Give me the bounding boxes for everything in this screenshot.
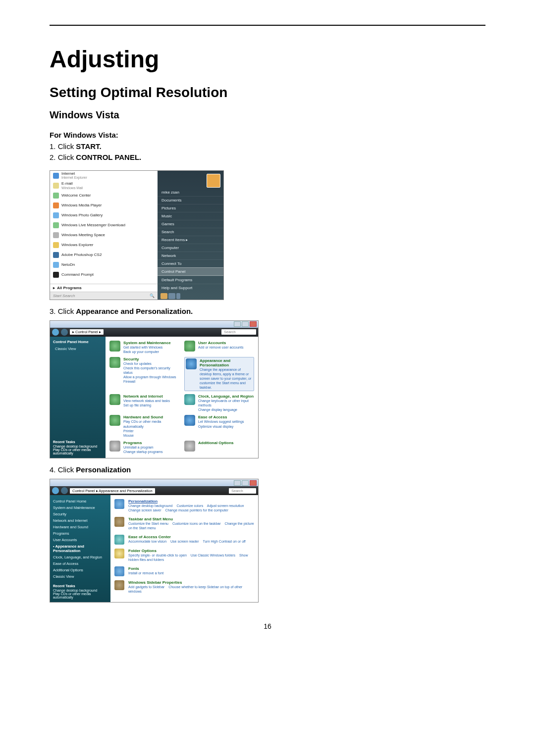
intro-block: For Windows Vista: 1. Click START. 2. Cl… <box>50 130 485 163</box>
ap-category[interactable]: Windows Sidebar Properties Add gadgets t… <box>114 580 254 594</box>
ap-side-link[interactable]: Clock, Language, and Region <box>53 555 107 559</box>
power-button[interactable] <box>160 293 167 299</box>
ap-side-link[interactable]: Security <box>53 512 107 516</box>
step-1: 1. Click START. <box>50 141 485 152</box>
close-button[interactable] <box>250 321 257 327</box>
page-number: 16 <box>50 622 485 630</box>
start-right-item[interactable]: Pictures <box>158 204 223 212</box>
address-bar: Control Panel ▸ Appearance and Personali… <box>50 486 258 495</box>
shutdown-menu-button[interactable] <box>176 293 180 299</box>
screenshot-start-menu: InternetInternet Explorer E-mailWindows … <box>50 170 224 300</box>
search-input[interactable]: Search <box>229 488 256 494</box>
ap-side-link[interactable]: Hardware and Sound <box>53 525 107 529</box>
start-right-item[interactable]: Connect To <box>158 259 223 267</box>
maximize-button[interactable] <box>242 321 249 327</box>
lock-button[interactable] <box>168 293 175 299</box>
cp-category[interactable]: Network and InternetView network status … <box>109 394 179 412</box>
start-item[interactable]: Windows Media Player <box>50 201 158 210</box>
start-item[interactable]: Windows Explorer <box>50 240 158 250</box>
category-icon <box>109 415 120 426</box>
ap-category[interactable]: Fonts Install or remove a font <box>114 566 254 576</box>
category-icon <box>109 441 120 452</box>
start-item[interactable]: Welcome Center <box>50 191 158 201</box>
arrow-icon: ▸ <box>53 286 55 290</box>
back-button[interactable] <box>52 487 59 494</box>
ap-side-link[interactable]: Appearance and Personalization <box>53 544 107 553</box>
breadcrumb[interactable]: Control Panel ▸ Appearance and Personali… <box>70 488 155 494</box>
cp-category[interactable]: Clock, Language, and RegionChange keyboa… <box>184 394 254 412</box>
search-input[interactable]: Start Search <box>53 294 75 298</box>
start-item[interactable]: Windows Meeting Space <box>50 230 158 240</box>
ap-side-link[interactable]: System and Maintenance <box>53 505 107 510</box>
ap-side-link[interactable]: Ease of Access <box>53 561 107 566</box>
start-item-email[interactable]: E-mailWindows Mail <box>50 181 158 191</box>
breadcrumb[interactable]: ▸ Control Panel ▸ <box>70 329 104 335</box>
cp-category[interactable]: Ease of AccessLet Windows suggest settin… <box>184 415 254 437</box>
ap-side-link[interactable]: Additional Options <box>53 568 107 572</box>
cp-category[interactable]: User AccountsAdd or remove user accounts <box>184 341 254 354</box>
start-right-column: mike zsan DocumentsPicturesMusicGamesSea… <box>158 171 223 300</box>
back-button[interactable] <box>52 329 59 336</box>
cp-category[interactable]: Appearance and PersonalizationChange the… <box>184 357 254 391</box>
cp-category[interactable]: Additional Options <box>184 441 254 454</box>
step-4: 4. Click Personalization <box>50 465 485 474</box>
recent-task[interactable]: Change desktop background <box>53 589 107 592</box>
recent-task[interactable]: Play CDs or other media automatically <box>53 592 107 599</box>
start-right-item[interactable]: Games <box>158 220 223 228</box>
ap-category[interactable]: Folder Options Specify single- or double… <box>114 549 254 562</box>
start-right-item[interactable]: Music <box>158 212 223 220</box>
classic-view-link[interactable]: Classic View <box>55 347 103 351</box>
ap-side-link[interactable]: Programs <box>53 531 107 536</box>
ap-category[interactable]: Personalization Change desktop backgroun… <box>114 499 254 513</box>
cp-category[interactable]: SecurityCheck for updatesCheck this comp… <box>109 357 179 391</box>
maximize-button[interactable] <box>242 480 249 486</box>
cp-category[interactable]: Hardware and SoundPlay CDs or other medi… <box>109 415 179 437</box>
app-icon <box>53 212 59 218</box>
start-right-item[interactable]: Default Programs <box>158 276 223 284</box>
start-item[interactable]: NetoDn <box>50 260 158 270</box>
category-icon <box>184 394 195 405</box>
mail-icon <box>53 183 59 189</box>
start-right-item[interactable]: Documents <box>158 196 223 204</box>
cp-sidebar: Control Panel Home Classic View Recent T… <box>50 337 106 458</box>
cp-home-link[interactable]: Control Panel Home <box>53 340 103 344</box>
start-item[interactable]: Command Prompt <box>50 270 158 280</box>
recent-tasks-heading: Recent Tasks <box>53 584 107 588</box>
category-icon <box>109 341 120 352</box>
start-right-item[interactable]: Help and Support <box>158 284 223 292</box>
ap-category[interactable]: Taskbar and Start Menu Customize the Sta… <box>114 517 254 531</box>
search-input[interactable]: Search <box>221 329 256 335</box>
start-item[interactable]: Adobe Photoshop CS2 <box>50 250 158 260</box>
forward-button[interactable] <box>61 487 68 494</box>
start-right-item[interactable]: Recent Items ▸ <box>158 236 223 244</box>
forward-button[interactable] <box>61 329 68 336</box>
category-icon <box>109 357 120 368</box>
ap-side-link[interactable]: Network and Internet <box>53 518 107 523</box>
cp-category[interactable]: System and MaintenanceGet started with W… <box>109 341 179 354</box>
cp-category[interactable]: ProgramsUninstall a programChange startu… <box>109 441 179 454</box>
all-programs[interactable]: ▸ All Programs <box>50 284 158 292</box>
start-right-item[interactable]: Computer <box>158 244 223 252</box>
category-icon <box>184 415 195 426</box>
start-right-item[interactable]: Search <box>158 228 223 236</box>
window-titlebar <box>50 321 258 328</box>
recent-task-2[interactable]: Play CDs or other media automatically <box>53 448 103 455</box>
app-icon <box>53 262 59 268</box>
window-titlebar <box>50 479 258 486</box>
screenshot-control-panel: ▸ Control Panel ▸ Search Control Panel H… <box>50 320 259 459</box>
ap-category[interactable]: Ease of Access Center Accommodate low vi… <box>114 535 254 545</box>
start-item[interactable]: Windows Photo Gallery <box>50 210 158 220</box>
start-right-item[interactable]: Network <box>158 252 223 259</box>
start-item-internet[interactable]: InternetInternet Explorer <box>50 171 158 181</box>
recent-task-1[interactable]: Change desktop background <box>53 445 103 448</box>
ap-side-link[interactable]: Classic View <box>53 574 107 579</box>
app-icon <box>53 252 59 258</box>
top-rule <box>50 25 485 26</box>
close-button[interactable] <box>250 480 257 486</box>
ap-side-link[interactable]: Control Panel Home <box>53 499 107 504</box>
start-item[interactable]: Windows Live Messenger Download <box>50 220 158 230</box>
minimize-button[interactable] <box>234 480 241 486</box>
ap-side-link[interactable]: User Accounts <box>53 538 107 542</box>
minimize-button[interactable] <box>234 321 241 327</box>
start-right-item[interactable]: Control Panel <box>158 267 223 276</box>
